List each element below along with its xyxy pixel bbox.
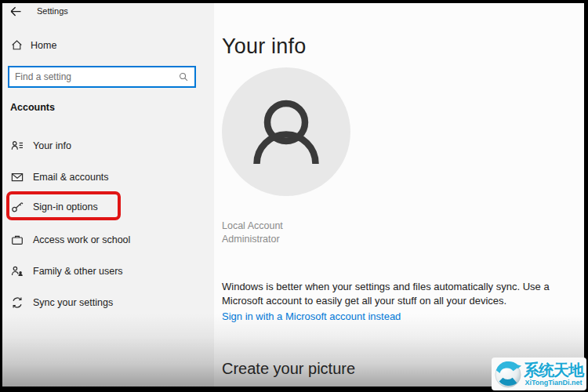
- main-content: Your info Local Account Administrator Wi…: [214, 3, 584, 387]
- sidebar-item-label: Email & accounts: [33, 172, 109, 183]
- create-picture-heading: Create your picture: [222, 360, 355, 378]
- sidebar: Settings Home Accounts: [2, 3, 214, 387]
- your-info-icon: [11, 140, 24, 152]
- email-icon: [11, 171, 24, 183]
- window-title: Settings: [37, 6, 68, 16]
- search-input[interactable]: [9, 71, 179, 82]
- settings-window: Settings Home Accounts: [2, 3, 584, 387]
- sync-icon: [11, 296, 24, 309]
- sidebar-item-label: Your info: [33, 140, 71, 151]
- briefcase-icon: [11, 234, 24, 246]
- sidebar-item-email-accounts[interactable]: Email & accounts: [2, 169, 214, 185]
- sidebar-item-your-info[interactable]: Your info: [2, 138, 214, 154]
- sidebar-item-label: Access work or school: [33, 234, 130, 245]
- sidebar-item-sign-in-options[interactable]: Sign-in options: [2, 199, 214, 215]
- search-icon: [179, 72, 189, 82]
- watermark: 系统天地 XiTongTianDi.net: [492, 358, 586, 390]
- sidebar-item-label: Sync your settings: [33, 297, 113, 308]
- avatar: [222, 67, 350, 196]
- sync-message: Windows is better when your settings and…: [222, 280, 567, 307]
- account-name: Local Account: [222, 220, 283, 233]
- back-arrow-icon: [9, 5, 22, 18]
- key-icon: [11, 201, 24, 213]
- sidebar-item-access-work-school[interactable]: Access work or school: [2, 232, 214, 248]
- watermark-site-name: 系统天地: [524, 362, 583, 378]
- sidebar-item-label: Sign-in options: [33, 201, 98, 212]
- page-title: Your info: [222, 34, 306, 59]
- sidebar-section-accounts: Accounts: [10, 102, 55, 113]
- sidebar-item-home[interactable]: Home: [11, 39, 56, 51]
- account-role: Administrator: [222, 233, 283, 246]
- account-info: Local Account Administrator: [222, 220, 283, 246]
- home-icon: [11, 39, 23, 51]
- person-icon: [222, 67, 350, 196]
- sidebar-item-label: Family & other users: [33, 266, 123, 277]
- watermark-site-url: XiTongTianDi.net: [524, 379, 582, 387]
- sidebar-item-family-other-users[interactable]: Family & other users: [2, 263, 214, 279]
- sidebar-item-sync-settings[interactable]: Sync your settings: [2, 295, 214, 310]
- home-label: Home: [31, 40, 56, 51]
- family-icon: [11, 265, 24, 278]
- sign-in-microsoft-link[interactable]: Sign in with a Microsoft account instead: [222, 310, 401, 322]
- search-box: [8, 66, 196, 88]
- back-button[interactable]: [9, 5, 22, 18]
- watermark-globe-icon: [493, 359, 523, 389]
